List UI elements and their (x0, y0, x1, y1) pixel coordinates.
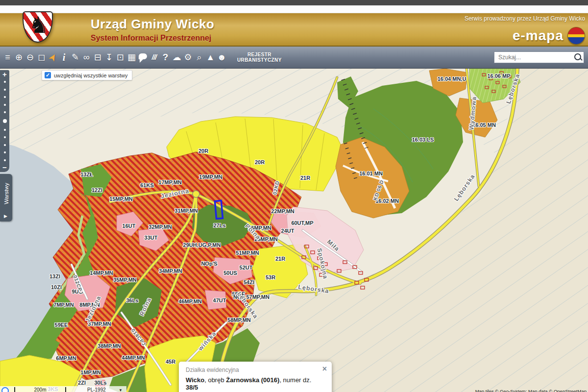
zoom-level-dot[interactable] (3, 119, 7, 123)
north-arrow-3d-icon[interactable]: ▲ (205, 49, 216, 66)
compare-windows-icon[interactable]: ⊡ (115, 49, 126, 66)
help-icon[interactable]: ? (160, 49, 171, 66)
search-input[interactable] (494, 51, 584, 63)
zoom-level-dot[interactable] (4, 144, 6, 146)
top-strip-light (0, 5, 588, 13)
settings-gears-icon[interactable]: ⚙ (182, 49, 194, 66)
parcel-description: Wicko, obręb Żarnowska (0016), numer dz.… (186, 376, 325, 391)
service-note: Serwis prowadzony przez Urząd Gminy Wick… (465, 15, 585, 22)
zoom-out-button[interactable]: − (2, 163, 7, 172)
panels-layout-icon[interactable]: ▦ (126, 49, 137, 66)
geolocation-icon[interactable] (1, 387, 9, 392)
save-position-icon[interactable]: ↧ (103, 49, 115, 66)
zoom-level-dot[interactable] (4, 129, 6, 131)
measure-icon[interactable]: ✎ (70, 49, 81, 66)
all-layers-checkbox-label: uwzględniaj wszystkie warstwy (54, 73, 127, 78)
layers-icon[interactable]: ≡ (2, 49, 13, 66)
close-icon[interactable]: × (322, 366, 327, 372)
griffin-icon: ♞ (28, 10, 49, 40)
scale-bar-tick (65, 387, 66, 392)
checkbox-checked-icon[interactable]: ✓ (45, 72, 51, 78)
link-icon[interactable]: ∞ (81, 49, 92, 66)
zoom-out-icon[interactable]: ⊖ (24, 49, 36, 66)
emapa-brand: e-mapa (513, 28, 564, 44)
zoom-level-dot[interactable] (4, 151, 6, 153)
page-subtitle: System Informacji Przestrzennej (91, 34, 214, 43)
scale-controls: 200m PL-1992▾ (0, 386, 126, 392)
coat-of-arms: ♞ (16, 10, 63, 43)
popup-title: Działka ewidencyjna (186, 367, 325, 373)
zoom-level-dot[interactable] (4, 89, 6, 91)
page-title: Urząd Gminy Wicko (91, 17, 214, 32)
scale-bar-tick (14, 387, 15, 392)
app-header: ♞ Urząd Gminy Wicko System Informacji Pr… (0, 13, 588, 47)
zoom-level-dot[interactable] (4, 111, 6, 113)
zoom-level-dot[interactable] (4, 96, 6, 98)
layers-panel-tab[interactable]: Warstwy ▶ (0, 174, 12, 221)
zoom-level-dot[interactable] (4, 136, 6, 138)
print-icon[interactable]: ⊟ (92, 49, 103, 66)
chevron-down-icon: ▾ (120, 388, 122, 392)
urban-register-button[interactable]: REJESTR URBANISTYCZNY (234, 51, 285, 63)
zoom-level-dot[interactable] (4, 159, 6, 161)
map-canvas[interactable]: 13ZŁ12Zl15MP,MN61KS17MP,MN19MP,MN20R20R2… (0, 69, 588, 392)
search-box (494, 51, 584, 63)
comment-bubble-icon[interactable] (137, 49, 148, 66)
scale-bar-label: 200m (29, 387, 51, 392)
geo-system-logo-icon (567, 27, 585, 45)
search-icon[interactable] (574, 53, 581, 60)
zoom-level-dot[interactable] (4, 81, 6, 83)
feedback-person-icon[interactable]: ☻ (216, 49, 227, 66)
zoom-level-dot[interactable] (4, 104, 6, 106)
layers-tab-label: Warstwy (3, 183, 9, 204)
map-graphics (0, 69, 588, 392)
top-strip (0, 0, 588, 5)
locate-search-icon[interactable]: ⌕ (194, 49, 205, 66)
zoom-in-icon[interactable]: ⊕ (13, 49, 24, 66)
hatch-lines-icon[interactable]: /// (148, 49, 160, 66)
map-attribution: Map tiles © Geo-System; Map data © OpenS… (475, 389, 587, 392)
parcel-info-popup: Działka ewidencyjna × Wicko, obręb Żarno… (179, 362, 332, 392)
toolbar: ≡⊕⊖◻➤i✎∞⊟↧⊡▦///?☁⚙⌕▲☻ REJESTR URBANISTYC… (0, 47, 588, 69)
projection-select[interactable]: PL-1992▾ (87, 387, 122, 392)
cloud-download-icon[interactable]: ☁ (171, 49, 182, 66)
zoom-in-button[interactable]: + (2, 70, 7, 79)
expand-arrow-icon: ▶ (4, 214, 7, 219)
all-layers-checkbox[interactable]: ✓ uwzględniaj wszystkie warstwy (42, 70, 132, 80)
zoom-slider[interactable]: + − (0, 70, 9, 172)
